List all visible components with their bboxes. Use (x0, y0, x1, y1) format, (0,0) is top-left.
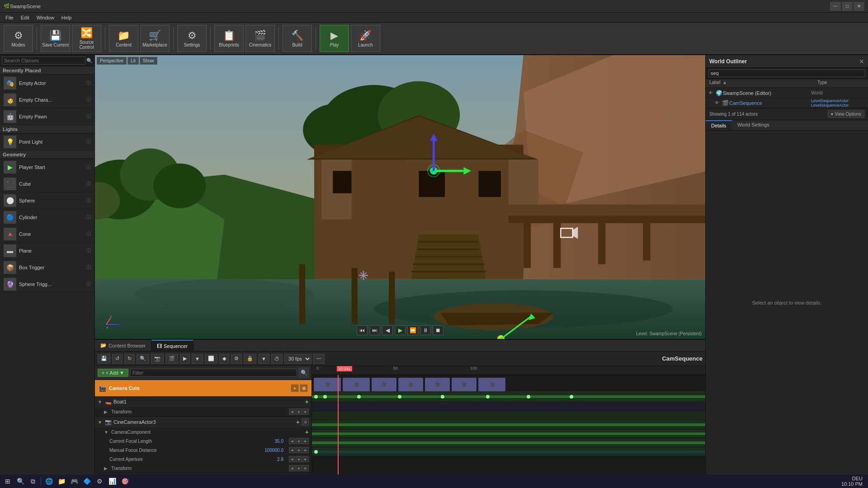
seq-save-button[interactable]: 💾 (98, 354, 110, 364)
marketplace-button[interactable]: 🛒 Marketplace (140, 25, 170, 52)
track-header-cine-camera[interactable]: ▼ 📷 CineCameraActor3 + ⚙ (95, 417, 311, 427)
sidebar-item-cylinder[interactable]: 🔵 Cylinder ⓘ (0, 209, 94, 226)
build-button[interactable]: 🔨 Build (283, 25, 312, 52)
seq-lock-button[interactable]: 🔒 (244, 354, 256, 364)
col-type[interactable]: Type (814, 79, 868, 88)
menu-help[interactable]: Help (58, 14, 75, 21)
boat1-add-btn[interactable]: + (305, 398, 309, 405)
track-sub-cine-transform[interactable]: ▶ Transform ◄ ● ► (95, 464, 311, 473)
source-control-button[interactable]: 🔀 Source Control (72, 25, 101, 52)
seq-curve-button[interactable]: 〰 (313, 354, 325, 364)
camera-cuts-settings-btn[interactable]: ⚙ (300, 384, 308, 392)
taskbar-search-icon[interactable]: 🔍 (14, 475, 26, 487)
camera-cuts-add-btn[interactable]: + (291, 384, 299, 392)
sidebar-item-empty-pawn[interactable]: 🤖 Empty Pawn ⓘ (0, 108, 94, 125)
sidebar-item-player-start[interactable]: ▶ Player Start ⓘ (0, 159, 94, 176)
sidebar-category-geometry[interactable]: Geometry (0, 150, 94, 159)
aperture-prev-kf[interactable]: ◄ (289, 456, 295, 462)
seq-undo-button[interactable]: ↺ (112, 354, 123, 364)
track-sub-aperture[interactable]: Current Aperture 2.8 ◄ ● ► (95, 455, 311, 464)
fps-selector[interactable]: 30 fps (284, 354, 311, 364)
show-btn[interactable]: Show (140, 57, 157, 65)
sidebar-item-cone[interactable]: 🔺 Cone ⓘ (0, 226, 94, 243)
taskbar-app1-icon[interactable]: 🎮 (68, 475, 80, 487)
taskbar-ue-icon[interactable]: 🎯 (119, 475, 131, 487)
aperture-add-kf[interactable]: ● (296, 456, 302, 462)
sidebar-item-sphere[interactable]: ⚪ Sphere ⓘ (0, 192, 94, 209)
seq-search-button[interactable]: 🔍 (137, 354, 149, 364)
menu-edit[interactable]: Edit (17, 14, 33, 21)
cine-transform-add-kf[interactable]: ● (296, 465, 302, 471)
tab-sequencer[interactable]: 🎞 Sequencer (151, 340, 193, 351)
taskbar-app4-icon[interactable]: 📊 (106, 475, 118, 487)
taskbar-app2-icon[interactable]: 🔷 (81, 475, 93, 487)
boat1-prev-kf-btn[interactable]: ◄ (289, 408, 295, 415)
seq-snap-options[interactable]: ⚙ (231, 354, 242, 364)
focal-length-prev-kf[interactable]: ◄ (289, 438, 295, 444)
sidebar-item-cube[interactable]: ⬛ Cube ⓘ (0, 176, 94, 192)
launch-button[interactable]: 🚀 Launch (351, 25, 380, 52)
sequencer-timeline[interactable]: 0 50 100 10.041 🎥 (312, 366, 705, 474)
track-camera-cuts[interactable]: 🎬 Camera Cuts + ⚙ (95, 380, 311, 396)
seq-camera-button[interactable]: 📷 (151, 354, 164, 364)
cine-transform-prev-kf[interactable]: ◄ (289, 465, 295, 471)
outliner-item-swamp-scene[interactable]: 👁 🌍 SwampScene (Editor) World (706, 88, 868, 98)
close-button[interactable]: ✕ (854, 2, 864, 11)
aperture-next-kf[interactable]: ► (302, 456, 309, 462)
view-options-button[interactable]: ▾ View Options (828, 110, 864, 118)
sidebar-item-empty-char[interactable]: 🧑 Empty Chara... ⓘ (0, 92, 94, 108)
track-sub-boat1-transform[interactable]: ▶ Transform ◄ ● ► (95, 407, 311, 416)
sequencer-filter-input[interactable] (130, 369, 297, 377)
seq-clock-button[interactable]: ⏱ (271, 354, 283, 364)
cam-seq-vis-btn[interactable]: 👁 (715, 100, 722, 105)
save-current-button[interactable]: 💾 Save Current (41, 25, 70, 52)
tab-content-browser[interactable]: 📂 Content Browser (95, 340, 151, 351)
focus-distance-prev-kf[interactable]: ◄ (289, 447, 295, 453)
boat1-add-kf-btn[interactable]: ● (296, 408, 302, 415)
seq-play-button[interactable]: ▶ (180, 354, 190, 364)
taskbar-task-view-icon[interactable]: ⧉ (27, 475, 39, 487)
track-sub-camera-component[interactable]: ▼ CameraComponent + (95, 427, 311, 436)
cine-transform-next-kf[interactable]: ► (302, 465, 309, 471)
taskbar-start-icon[interactable]: ⊞ (2, 475, 14, 487)
sidebar-category-recently-placed[interactable]: Recently Placed (0, 66, 94, 75)
track-sub-focal-length[interactable]: Current Focal Length 35.0 ◄ ● ► (95, 436, 311, 446)
sidebar-item-plane[interactable]: ▬ Plane ⓘ (0, 243, 94, 259)
lit-btn[interactable]: Lit (127, 57, 139, 65)
loop-button[interactable]: ⏹ (433, 325, 443, 335)
play-button-vp[interactable]: ▶ (395, 325, 406, 335)
next-frame-button[interactable]: ⏩ (407, 325, 418, 335)
swamp-vis-btn[interactable]: 👁 (708, 90, 716, 95)
focus-distance-add-kf[interactable]: ● (296, 447, 302, 453)
seq-record-button[interactable]: ⬜ (205, 354, 217, 364)
sidebar-item-box-trigger[interactable]: 📦 Box Trigger ⓘ (0, 259, 94, 276)
focal-length-next-kf[interactable]: ► (302, 438, 309, 444)
cine-camera-settings-btn[interactable]: ⚙ (302, 418, 309, 426)
filter-search-button[interactable]: 🔍 (299, 368, 309, 378)
content-button[interactable]: 📁 Content (109, 25, 138, 52)
taskbar-explorer-icon[interactable]: 📁 (56, 475, 67, 487)
sidebar-item-sphere-trigg[interactable]: 🔮 Sphere Trigg... ⓘ (0, 276, 94, 293)
sidebar-item-point-light[interactable]: 💡 Point Light ⓘ (0, 134, 94, 150)
maximize-button[interactable]: □ (842, 2, 853, 11)
menu-file[interactable]: File (2, 14, 17, 21)
add-track-button[interactable]: + + Add ▼ (98, 369, 128, 377)
boat1-next-kf-btn[interactable]: ► (302, 408, 309, 415)
modes-button[interactable]: ⚙ Modes (4, 25, 33, 52)
jump-start-button[interactable]: ⏮ (357, 325, 368, 335)
seq-snap-button[interactable]: ◆ (219, 354, 229, 364)
focal-length-add-kf[interactable]: ● (296, 438, 302, 444)
outliner-close-button[interactable]: ✕ (859, 58, 864, 65)
perspective-btn[interactable]: Perspective (97, 57, 127, 65)
sidebar-item-empty-actor[interactable]: 🎭 Empty Actor ⓘ (0, 75, 94, 92)
prev-frame-button[interactable]: ⏭ (369, 325, 380, 335)
seq-play-options[interactable]: ▼ (192, 354, 203, 364)
menu-window[interactable]: Window (33, 14, 58, 21)
seq-redo-button[interactable]: ↻ (124, 354, 135, 364)
details-tab-world-settings[interactable]: World Settings (732, 120, 775, 130)
sidebar-category-lights[interactable]: Lights (0, 125, 94, 134)
settings-button[interactable]: ⚙ Settings (177, 25, 207, 52)
outliner-item-cam-sequence[interactable]: 👁 🎬 CamSequence LevelSequenceActor Level… (706, 98, 868, 108)
seq-scene-button[interactable]: 🎬 (165, 354, 178, 364)
cinematics-button[interactable]: 🎬 Cinematics (245, 25, 275, 52)
